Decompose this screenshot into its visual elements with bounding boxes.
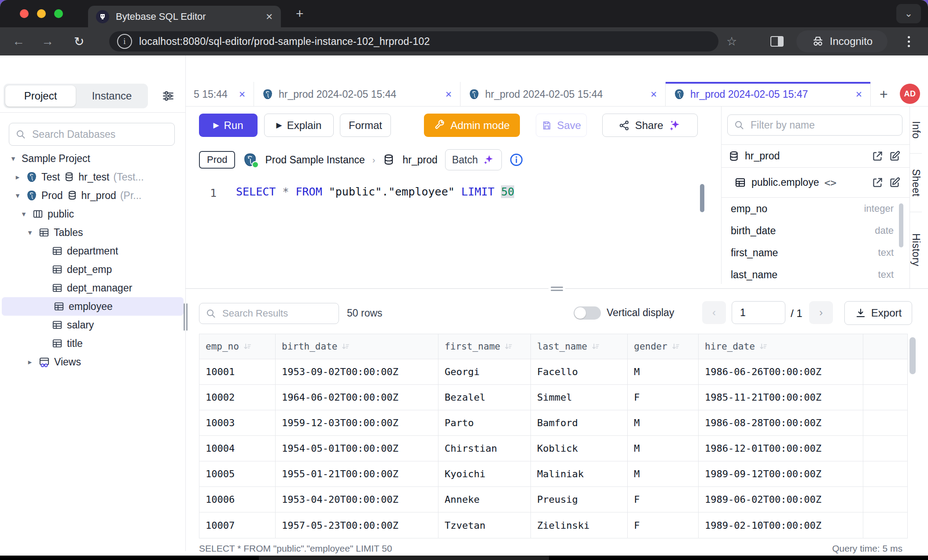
editor-scrollbar[interactable] <box>700 184 704 212</box>
bookmark-star-icon[interactable]: ☆ <box>726 27 737 55</box>
tree-item-employee[interactable]: employee <box>2 297 184 316</box>
database-name[interactable]: hr_prod <box>402 154 437 166</box>
table-row-7[interactable]: 100071957-05-23T00:00:00ZTzvetanZielinsk… <box>199 512 907 538</box>
browser-tab[interactable]: Bytebase SQL Editor ✕ <box>88 6 281 27</box>
tab-search-chevron-button[interactable]: ⌄ <box>896 4 921 23</box>
sort-icon[interactable] <box>243 343 251 351</box>
caret-down-icon[interactable]: ▾ <box>13 191 22 200</box>
column-header-last_name[interactable]: last_name <box>531 334 628 359</box>
next-page-button[interactable]: › <box>809 301 833 324</box>
back-icon[interactable]: ← <box>12 27 25 55</box>
tree-item-title[interactable]: title <box>0 334 185 353</box>
close-tab-icon[interactable]: ✕ <box>239 89 246 99</box>
rail-tab-info[interactable]: Info <box>910 107 922 154</box>
rail-tab-sheet[interactable]: Sheet <box>910 154 922 212</box>
minimize-window-button[interactable] <box>37 9 46 18</box>
column-list-scrollbar[interactable] <box>899 203 903 247</box>
schema-filter[interactable] <box>727 114 902 136</box>
database-search[interactable] <box>9 123 175 146</box>
close-tab-icon[interactable]: ✕ <box>855 89 862 99</box>
tree-item-dept_manager[interactable]: dept_manager <box>0 279 185 297</box>
vertical-display-toggle[interactable] <box>574 306 601 320</box>
tree-item-dept_emp[interactable]: dept_emp <box>0 260 185 279</box>
close-window-button[interactable] <box>20 9 29 18</box>
batch-button[interactable]: Batch <box>445 149 502 170</box>
table-row-1[interactable]: 100011953-09-02T00:00:00ZGeorgiFacelloM1… <box>199 359 907 385</box>
worksheet-tab-1[interactable]: 5 15:44✕ <box>186 82 254 107</box>
sort-icon[interactable] <box>504 343 512 351</box>
worksheet-tab-3[interactable]: hr_prod 2024-02-05 15:44✕ <box>460 82 666 107</box>
sort-icon[interactable] <box>591 343 600 351</box>
column-header-gender[interactable]: gender <box>628 334 699 359</box>
new-browser-tab-button[interactable]: + <box>296 6 304 21</box>
tree-item-tables[interactable]: ▾Tables <box>0 223 185 242</box>
sort-icon[interactable] <box>341 343 350 351</box>
filter-sliders-icon[interactable] <box>161 89 175 103</box>
results-drag-handle[interactable] <box>549 284 565 293</box>
open-external-icon[interactable] <box>872 177 884 188</box>
sidebar-resize-handle[interactable] <box>184 303 188 331</box>
caret-down-icon[interactable]: ▾ <box>19 210 28 219</box>
edit-icon[interactable] <box>889 150 901 162</box>
sql-editor-line[interactable]: SELECT * FROM "public"."employee" LIMIT … <box>236 185 514 198</box>
sort-icon[interactable] <box>671 343 680 351</box>
run-button[interactable]: ▶Run <box>199 114 258 137</box>
table-row-6[interactable]: 100061953-04-20T00:00:00ZAnnekePreusigF1… <box>199 487 907 512</box>
column-header-hire_date[interactable]: hire_date <box>699 334 863 359</box>
caret-right-icon[interactable]: ▸ <box>26 357 34 367</box>
open-external-icon[interactable] <box>872 150 884 162</box>
tree-item-public[interactable]: ▾public <box>0 205 185 223</box>
tree-item-department[interactable]: department <box>0 242 185 260</box>
tree-item-prod[interactable]: ▾Prodhr_prod(Pr... <box>0 186 185 205</box>
format-button[interactable]: Format <box>340 114 391 137</box>
search-databases-input[interactable] <box>31 128 168 141</box>
worksheet-tab-2[interactable]: hr_prod 2024-02-05 15:44✕ <box>254 82 460 107</box>
table-row-4[interactable]: 100041954-05-01T00:00:00ZChirstianKoblic… <box>199 436 907 461</box>
rail-tab-history[interactable]: History <box>910 212 922 288</box>
tree-item-views[interactable]: ▸Views <box>0 353 185 371</box>
caret-right-icon[interactable]: ▸ <box>13 173 22 182</box>
table-row-2[interactable]: 100021964-06-02T00:00:00ZBezalelSimmelF1… <box>199 385 907 410</box>
browser-menu-icon[interactable] <box>908 27 910 55</box>
tab-instance[interactable]: Instance <box>77 85 146 107</box>
new-worksheet-button[interactable]: + <box>880 86 888 103</box>
tab-project[interactable]: Project <box>5 85 76 107</box>
prev-page-button[interactable]: ‹ <box>702 301 726 324</box>
table-row-3[interactable]: 100031959-12-03T00:00:00ZPartoBamfordM19… <box>199 410 907 436</box>
page-input[interactable] <box>732 301 785 324</box>
save-button[interactable]: Save <box>536 114 587 137</box>
explain-button[interactable]: ▶Explain <box>264 114 334 137</box>
filter-by-name-input[interactable] <box>750 119 896 132</box>
close-tab-icon[interactable]: ✕ <box>650 89 657 99</box>
code-icon[interactable]: <> <box>824 177 836 188</box>
caret-down-icon[interactable]: ▾ <box>9 154 18 163</box>
search-results-input[interactable] <box>221 307 332 320</box>
avatar[interactable]: AD <box>900 84 920 104</box>
share-button[interactable]: Share <box>602 114 698 137</box>
edit-icon[interactable] <box>889 177 901 188</box>
caret-down-icon[interactable]: ▾ <box>26 228 34 237</box>
info-circle-icon[interactable] <box>509 153 523 167</box>
column-header-birth_date[interactable]: birth_date <box>276 334 438 359</box>
reload-icon[interactable]: ↻ <box>74 27 84 55</box>
url-bar[interactable]: i localhost:8080/sql-editor/prod-sample-… <box>109 31 718 52</box>
column-header-first_name[interactable]: first_name <box>438 334 531 359</box>
export-button[interactable]: Export <box>844 301 912 325</box>
results-scrollbar[interactable] <box>910 337 916 374</box>
close-tab-icon[interactable]: ✕ <box>445 89 452 99</box>
column-header-emp_no[interactable]: emp_no <box>199 334 276 359</box>
sort-icon[interactable] <box>759 343 767 351</box>
results-search[interactable] <box>199 303 339 324</box>
site-info-icon[interactable]: i <box>117 34 132 49</box>
tree-item-test[interactable]: ▸Testhr_test(Test... <box>0 168 185 186</box>
tree-item-sample[interactable]: ▾Sample Project <box>0 149 185 168</box>
instance-name[interactable]: Prod Sample Instance <box>265 154 365 166</box>
zoom-window-button[interactable] <box>54 9 63 18</box>
tree-item-salary[interactable]: salary <box>0 316 185 334</box>
side-panel-icon[interactable] <box>770 27 784 55</box>
table-row-5[interactable]: 100051955-01-21T00:00:00ZKyoichiMaliniak… <box>199 461 907 487</box>
admin-mode-button[interactable]: Admin mode <box>424 114 520 137</box>
forward-icon[interactable]: → <box>41 27 54 55</box>
worksheet-tab-4[interactable]: hr_prod 2024-02-05 15:47✕ <box>666 82 871 107</box>
browser-tab-close-icon[interactable]: ✕ <box>265 11 273 22</box>
